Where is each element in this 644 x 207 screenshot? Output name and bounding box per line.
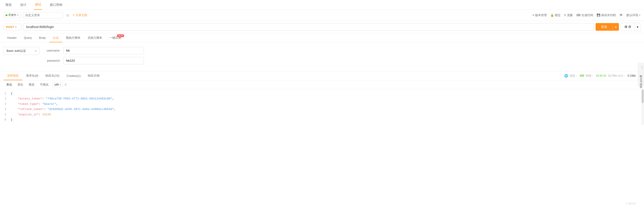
eye-icon[interactable]: 👁 [619,13,623,17]
codegen-label: 生成代码 [582,13,593,17]
save-button[interactable]: 保 存 [621,23,635,31]
tab-pre-script[interactable]: 预执行脚本 [62,34,84,42]
password-input[interactable] [63,57,144,64]
sidebar-text-5[interactable]: 验 [639,83,643,84]
tab-post-script[interactable]: 后执行脚本 [84,34,106,42]
tab-header[interactable]: Header [4,34,20,42]
line-num-1: 1 [3,91,6,96]
format-btn-raw[interactable]: 原生 [15,82,26,88]
lock-btn[interactable]: 🔒 锁定 [550,13,561,17]
tab-body[interactable]: Body [36,34,49,42]
api-name-input[interactable]: 自定义登录 [23,12,63,18]
version-btn[interactable]: ≡ 版本管理 [532,13,547,17]
sidebar-text-3[interactable]: 与 [639,77,643,79]
username-input[interactable] [63,47,144,54]
archive-icon: 💾 [597,14,600,17]
code-content: { "access_token": "740ca738-f055-4771-88… [9,91,644,123]
line-num-5: 5 [3,112,6,117]
toolbar-right: ≡ 版本管理 🔒 锁定 ⎘ 克隆 ⌨ 生成代码 💾 保存并归档 👁 默认环境 ▾ [532,13,640,17]
env-chevron-icon: ▾ [639,14,640,16]
auth-type-label: Basic auth认证 [6,49,35,53]
sidebar-text-1[interactable]: 断 [639,72,643,74]
copy-icon[interactable]: ⎘ [65,83,66,86]
sidebar-text-2[interactable]: 言 [639,74,643,76]
save-group: 保 存 ▾ [621,23,640,31]
toolbar: 开发中 ▾ 自定义登录 ⊟ ↗ 分享文档 ≡ 版本管理 🔒 锁定 ⎘ 克隆 ⌨ … [0,10,644,20]
tab-cookies[interactable]: Cookies(1) [63,71,84,80]
code-line-6: } [11,117,642,122]
env-label: 开发中 [8,13,16,17]
archive-label: 保存并归档 [601,13,616,17]
nav-debug[interactable]: 调试 [34,0,42,10]
code-line-2: "access_token": "740ca738-f055-4771-88b1… [11,96,642,101]
tab-query[interactable]: Query [20,34,36,42]
size-value: 0.15kb [628,74,636,77]
collapse-icon[interactable]: 《 [638,64,644,71]
env-selector[interactable]: 开发中 ▾ [4,12,20,18]
nav-design[interactable]: 设计 [19,0,27,10]
codegen-btn[interactable]: ⌨ 生成代码 [576,13,593,17]
code-line-1: { [11,91,642,96]
send-dropdown-button[interactable]: ▾ [613,23,619,31]
auth-fields: username password [44,47,144,64]
response-meta: 🌐 状态： 200 时间： 18:34:33 10.76m 大小： 0.15kb… [564,74,640,78]
tab-auth[interactable]: 认证 [49,34,62,42]
env-default-label: 默认环境 [626,13,638,17]
time-label: 时间： [586,74,594,78]
top-nav: 预览 设计 调试 接口用例 [0,0,644,10]
encoding-chevron-icon: ▾ [60,83,61,86]
code-line-3: "token_type": "bearer", [11,102,642,107]
share-btn[interactable]: ↗ 分享文档 [72,13,87,17]
format-btn-visual[interactable]: 可视化 [37,82,51,88]
new-badge: NEW [117,34,124,37]
format-bar: 美化 原生 预览 可视化 utf8 ▾ ⎘ [0,80,644,89]
format-btn-preview[interactable]: 预览 [26,82,37,88]
tab-response-example[interactable]: 响应示例 [84,71,103,80]
globe-icon: 🌐 [564,74,568,78]
status-label: 状态： [570,74,578,78]
send-group: 发送 ▾ [596,23,619,31]
tab-request-headers[interactable]: 请求头(9) [22,71,42,80]
method-selector[interactable]: POST ▾ [4,24,22,30]
clone-icon: ⎘ [564,14,566,17]
tab-response-headers[interactable]: 响应头(10) [42,71,63,80]
nav-example[interactable]: 接口用例 [49,0,63,10]
lock-icon: 🔒 [550,14,554,17]
clone-btn[interactable]: ⎘ 克隆 [564,13,573,17]
save-dropdown-button[interactable]: ▾ [635,23,640,31]
scrollbar-thumb[interactable] [642,90,644,103]
password-label: password [44,59,60,62]
url-bar: POST ▾ 发送 ▾ 保 存 ▾ [0,20,644,34]
sidebar-text-4[interactable]: 校 [639,80,643,82]
line-num-2: 2 [3,96,6,101]
code-line-5: "expires_in": 43199 [11,112,642,117]
auth-field-password: password [44,57,144,64]
clone-label: 克隆 [567,13,573,17]
share-label: 分享文档 [76,13,87,17]
line-num-4: 4 [3,107,6,112]
encoding-selector[interactable]: utf8 ▾ [52,82,63,87]
line-num-6: 6 [3,117,6,122]
version-icon: ≡ [532,14,534,17]
tab-realtime[interactable]: 实时响应 [4,71,22,80]
format-btn-beautify[interactable]: 美化 [4,82,15,88]
method-value: POST [6,25,14,29]
right-sidebar: 《 断 言 与 校 验 [638,63,644,86]
env-default-selector[interactable]: 默认环境 ▾ [626,13,640,17]
code-line-4: "refresh_token": "910460d2-eb56-497c-be6… [11,107,642,112]
scrollbar[interactable] [641,89,644,125]
method-chevron-icon: ▾ [15,26,16,28]
chevron-down-icon: ▾ [17,14,18,16]
env-dot [6,14,8,16]
nav-preview[interactable]: 预览 [4,0,12,10]
username-label: username [44,49,60,52]
auth-type-selector[interactable]: Basic auth认证 ▾ [4,47,40,55]
url-input[interactable] [23,23,594,31]
tab-stress[interactable]: 一键压测 NEW [106,34,124,42]
filter-icon: ⊟ [66,12,70,18]
auth-section: Basic auth认证 ▾ username password [0,42,644,69]
lock-label: 锁定 [555,13,561,17]
auth-field-username: username [44,47,144,54]
archive-btn[interactable]: 💾 保存并归档 [597,13,616,17]
send-button[interactable]: 发送 [596,23,613,31]
